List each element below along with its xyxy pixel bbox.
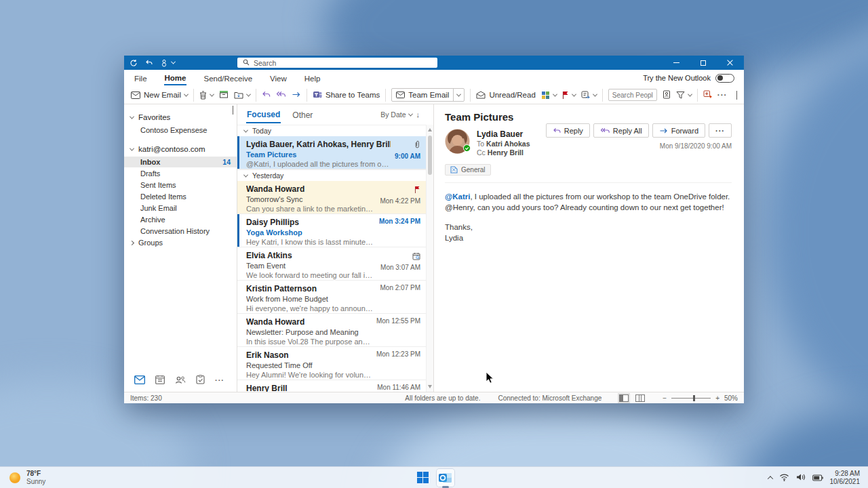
email-row[interactable]: Daisy PhillipsYoga WorkshopHey Katri, I …: [237, 214, 426, 247]
volume-icon[interactable]: [796, 472, 806, 484]
reply-icon[interactable]: [262, 91, 271, 100]
address-book-icon[interactable]: [663, 90, 671, 100]
folder-sent-items[interactable]: Sent Items: [124, 180, 237, 190]
email-row[interactable]: Elvia AtkinsTeam EventWe look forward to…: [237, 247, 426, 281]
email-row[interactable]: Lydia Bauer, Katri Ahokas, Henry Brill,T…: [237, 136, 426, 169]
sender-name[interactable]: Lydia Bauer: [477, 129, 530, 139]
reply-all-icon[interactable]: [276, 91, 286, 100]
paperclip-icon: [414, 140, 420, 152]
start-button[interactable]: [414, 469, 431, 487]
email-preview: Hey Alumni! We're looking for volunteers…: [246, 370, 372, 380]
filter-email-button[interactable]: [676, 91, 692, 99]
folder-drafts[interactable]: Drafts: [124, 168, 237, 179]
more-commands-icon[interactable]: ···: [717, 91, 728, 99]
favorites-header[interactable]: Favorites: [124, 110, 237, 124]
send-receive-icon[interactable]: [130, 59, 138, 67]
email-row[interactable]: Wanda HowardTomorrow's SyncCan you share…: [237, 181, 426, 214]
forward-icon[interactable]: [292, 91, 301, 100]
reading-view-icon[interactable]: [635, 394, 645, 402]
email-time: Mon 3:24 PM: [379, 218, 420, 225]
reply-all-button[interactable]: Reply All: [593, 123, 649, 138]
maximize-button[interactable]: [698, 59, 709, 67]
new-email-button[interactable]: New Email: [131, 91, 188, 99]
undo-icon[interactable]: [145, 59, 153, 67]
zoom-slider[interactable]: [671, 398, 711, 399]
scroll-up-icon[interactable]: [428, 128, 432, 131]
weather-widget[interactable]: 78°F Sunny: [8, 470, 45, 486]
tray-overflow-icon[interactable]: [767, 476, 772, 481]
tasks-module-icon[interactable]: [196, 375, 205, 386]
tab-view[interactable]: View: [269, 72, 288, 85]
group-header-yesterday[interactable]: Yesterday: [237, 169, 426, 181]
email-row[interactable]: Erik NasonRequested Time OffHey Alumni! …: [237, 347, 426, 380]
email-row[interactable]: Wanda HowardNewsletter: Purpose and Mean…: [237, 314, 426, 347]
search-bar[interactable]: Search: [237, 58, 437, 68]
sensitivity-label[interactable]: General: [445, 164, 491, 176]
message-subject: Team Pictures: [445, 111, 732, 123]
folder-archive[interactable]: Archive: [124, 214, 237, 225]
tab-home[interactable]: Home: [164, 71, 187, 85]
people-module-icon[interactable]: [175, 375, 186, 386]
minimize-button[interactable]: [671, 59, 682, 67]
tab-other[interactable]: Other: [292, 106, 313, 123]
group-header-today[interactable]: Today: [237, 125, 426, 136]
collapse-ribbon-icon[interactable]: [736, 91, 737, 99]
tab-help[interactable]: Help: [304, 72, 321, 85]
quick-step-team-email[interactable]: Team Email: [391, 88, 465, 102]
folder-contoso-expensese[interactable]: Contoso Expensese: [124, 125, 237, 136]
to-recipient[interactable]: Katri Ahokas: [486, 140, 530, 148]
mention-katri[interactable]: @Katri: [445, 192, 470, 201]
wallpaper-petal: [766, 41, 868, 420]
team-email-dropdown[interactable]: [453, 89, 464, 101]
close-button[interactable]: [725, 59, 736, 67]
normal-view-icon[interactable]: [619, 394, 629, 402]
tab-file[interactable]: File: [134, 72, 148, 85]
sender-avatar[interactable]: [445, 129, 470, 154]
email-row[interactable]: Kristin PatternsonWork from Home BudgetH…: [237, 281, 426, 314]
collapse-folder-pane-icon[interactable]: [233, 106, 233, 114]
more-actions-button[interactable]: ···: [709, 123, 732, 138]
delete-button[interactable]: [199, 91, 214, 100]
zoom-slider-thumb[interactable]: [693, 395, 695, 401]
folder-junk-email[interactable]: Junk Email: [124, 203, 237, 214]
folder-inbox[interactable]: Inbox14: [124, 157, 237, 167]
scrollbar-thumb[interactable]: [428, 136, 432, 175]
email-row[interactable]: Henry BrillProject UpdateMon 11:46 AM: [237, 380, 426, 392]
calendar-module-icon[interactable]: [155, 375, 165, 386]
mouse-cursor: [486, 371, 494, 387]
outlook-taskbar-icon[interactable]: [437, 469, 454, 487]
follow-up-button[interactable]: [562, 91, 576, 100]
unread-read-button[interactable]: Unread/Read: [476, 91, 535, 99]
cc-recipient[interactable]: Henry Brill: [488, 148, 524, 157]
folder-groups[interactable]: Groups: [124, 237, 237, 248]
share-to-teams-button[interactable]: Share to Teams: [313, 90, 380, 100]
taskbar-clock[interactable]: 9:28 AM 10/6/2021: [830, 470, 861, 486]
new-outlook-toggle[interactable]: [715, 74, 734, 83]
zoom-out-icon[interactable]: −: [663, 394, 667, 402]
tab-focused[interactable]: Focused: [246, 106, 281, 123]
archive-button[interactable]: [219, 90, 229, 100]
tab-send-receive[interactable]: Send/Receive: [203, 72, 253, 85]
label-icon: [450, 166, 458, 174]
message-list-scrollbar[interactable]: [426, 125, 433, 392]
forward-button[interactable]: Forward: [652, 123, 705, 138]
reply-button[interactable]: Reply: [546, 123, 590, 138]
zoom-in-icon[interactable]: +: [715, 394, 719, 402]
folder-conversation-history[interactable]: Conversation History: [124, 226, 237, 237]
account-header[interactable]: katri@contoso.com: [124, 142, 237, 156]
battery-icon[interactable]: [812, 472, 823, 484]
rules-button[interactable]: [581, 91, 597, 99]
add-ins-icon[interactable]: [703, 90, 712, 100]
categorize-button[interactable]: [541, 91, 557, 100]
move-to-button[interactable]: [234, 91, 250, 99]
more-modules-icon[interactable]: ···: [215, 376, 224, 384]
sort-by-date[interactable]: By Date ↓: [380, 110, 420, 119]
scroll-down-icon[interactable]: [428, 385, 432, 388]
search-people-input[interactable]: [608, 89, 657, 101]
quick-access-tool-icon[interactable]: [161, 59, 175, 67]
mail-module-icon[interactable]: [134, 375, 145, 386]
zoom-level[interactable]: 50%: [724, 394, 738, 402]
wifi-icon[interactable]: [779, 472, 789, 484]
folder-deleted-items[interactable]: Deleted Items: [124, 191, 237, 202]
message-body: @Katri, I uploaded all the pictures from…: [445, 191, 732, 243]
